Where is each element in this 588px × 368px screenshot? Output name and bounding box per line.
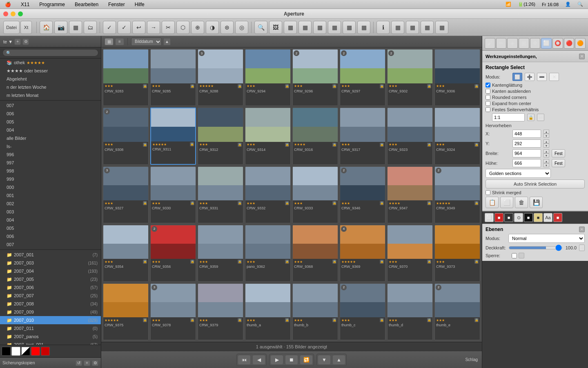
photo-thumb-CRW_9308[interactable]: 2★★★🔒CRW_9308: [103, 108, 149, 165]
photo-thumb-pano_9362[interactable]: ★★★🔒pano_9362: [245, 225, 291, 282]
photo-thumb-CRW_9368[interactable]: ★★★🔒CRW_9368: [292, 225, 338, 282]
minimize-button[interactable]: [11, 11, 16, 16]
toolbar-btn-add[interactable]: ⊕: [191, 21, 204, 34]
toolbar-btn-t1[interactable]: ▦: [391, 21, 404, 34]
mini-tool-red[interactable]: ■: [494, 213, 503, 222]
sidebar-item-last-month[interactable]: m letzten Monat: [0, 91, 101, 99]
toolbar-btn-view1[interactable]: ▦: [284, 21, 297, 34]
sidebar-add2-btn[interactable]: +: [84, 360, 90, 366]
photo-thumb-CRW_9370[interactable]: ★★★🔒CRW_9370: [387, 225, 433, 282]
toolbar-btn-undo[interactable]: ↩: [132, 21, 145, 34]
tool-lasso[interactable]: ⭕: [552, 38, 563, 49]
sidebar-item-005b[interactable]: 005: [0, 224, 101, 232]
photo-thumb-CRW_9369[interactable]: 4★★★★★🔒CRW_9369: [340, 225, 385, 282]
tool-colorpick[interactable]: 🟠: [575, 38, 586, 49]
sidebar-item-996[interactable]: 996: [0, 150, 101, 159]
sidebar-item-2007-003[interactable]: 📁2007_003(161): [0, 259, 101, 267]
toolbar-btn-check1[interactable]: ✓: [103, 21, 116, 34]
toolbar-btn-grid[interactable]: ▦: [69, 21, 82, 34]
sidebar-item-998[interactable]: 998: [0, 167, 101, 175]
menu-programme[interactable]: Programme: [38, 1, 67, 8]
sidebar-item-003[interactable]: 003: [0, 208, 101, 216]
deckkraft-slider[interactable]: [509, 246, 562, 249]
action-btn-1[interactable]: 📋: [486, 197, 499, 208]
apple-menu[interactable]: 🍎: [3, 1, 13, 8]
photo-thumb-CRW_9314[interactable]: ★★★🔒CRW_9314: [245, 108, 291, 165]
sidebar-item-999[interactable]: 999: [0, 175, 101, 183]
swatch-gradient[interactable]: [21, 347, 30, 356]
tool-text[interactable]: 🔴: [564, 38, 575, 49]
kantenglattung-checkbox[interactable]: [486, 83, 490, 88]
photo-thumb-CRW_9316[interactable]: ★★★★🔒CRW_9316: [292, 108, 338, 165]
rate-btn-2[interactable]: ▲: [332, 355, 345, 365]
toolbar-btn-check2[interactable]: ✓: [118, 21, 131, 34]
hohe-input[interactable]: [512, 159, 541, 167]
photo-thumb-CRW_9354[interactable]: ★★★🔒CRW_9354: [103, 225, 149, 282]
breite-input[interactable]: [512, 149, 541, 157]
sidebar-item-2007-panos[interactable]: 📁2007_panos(5): [0, 332, 101, 341]
nav-btn-1[interactable]: ⏮: [238, 355, 251, 365]
menu-bearbeiten[interactable]: Bearbeiten: [73, 1, 100, 8]
photo-thumb-thumb_d[interactable]: ★★★🔒thumb_d: [387, 283, 433, 340]
sidebar-item-2007-009[interactable]: 📁2007_009(49): [0, 308, 101, 316]
sidebar-item-006a[interactable]: 006: [0, 110, 101, 118]
toolbar-btn-camera[interactable]: 📷: [54, 21, 67, 34]
photo-thumb-CRW_9349[interactable]: 2★★★★★🔒CRW_9349: [434, 166, 480, 223]
fest1-button[interactable]: Fest: [552, 149, 565, 157]
sidebar-item-2007-011[interactable]: 📁2007_011(0): [0, 324, 101, 332]
photo-thumb-CRW_9323[interactable]: ★★★🔒CRW_9323: [387, 108, 433, 165]
photo-thumb-CRW_9356[interactable]: 2★★★🔒CRW_9356: [150, 225, 196, 282]
toolbar-btn-info[interactable]: ℹ: [376, 21, 390, 34]
photo-thumb-CRW_9378[interactable]: 3★★★🔒CRW_9378: [150, 283, 196, 340]
photo-thumb-CRW_9332[interactable]: ★★★🔒CRW_9332: [245, 166, 291, 223]
ebenen-close-btn[interactable]: ✕: [579, 227, 585, 232]
photo-thumb-CRW_9346[interactable]: 2★★★🔒CRW_9346: [340, 166, 385, 223]
breite-up-btn[interactable]: ▲: [543, 149, 549, 153]
sidebar-item-library[interactable]: 📚 othek ★★★★★: [0, 58, 101, 67]
sidebar-item-000[interactable]: 000: [0, 183, 101, 191]
photo-thumb-CRW_9347[interactable]: ★★★★🔒CRW_9347: [387, 166, 433, 223]
tool-select[interactable]: ▦: [519, 38, 529, 49]
tab-datei[interactable]: Datei: [3, 21, 20, 34]
tool-rect-select[interactable]: ⬜: [541, 38, 552, 49]
photo-thumb-CRW_9375[interactable]: ★★★★★🔒CRW_9375: [103, 283, 149, 340]
toolbar-btn-half[interactable]: ◑: [206, 21, 219, 34]
festes-checkbox[interactable]: [486, 107, 490, 112]
mode-btn-4[interactable]: ✕: [549, 73, 559, 81]
search-menu-icon[interactable]: 🔍: [576, 1, 585, 7]
tool-eraser[interactable]: ✏: [496, 38, 507, 49]
sidebar-gear-btn[interactable]: ⚙: [22, 38, 29, 45]
photo-thumb-CRW_9330[interactable]: ★★★🔒CRW_9330: [150, 166, 196, 223]
photo-thumb-CRW_9311[interactable]: ★★★★★🔒CRW_9311: [150, 108, 196, 165]
sidebar-item-2007-005[interactable]: 📁2007_005(23): [0, 275, 101, 283]
toolbar-btn-folder[interactable]: 🗂: [84, 21, 97, 34]
expand-center-checkbox[interactable]: [486, 101, 490, 106]
mini-tool-select[interactable]: ⬜: [485, 213, 494, 222]
tool-paintbrush[interactable]: 🖌: [485, 38, 495, 49]
sidebar-item-2007-008[interactable]: 📁2007_008(34): [0, 300, 101, 308]
photo-thumb-CRW_9297[interactable]: 2★★★🔒CRW_9297: [340, 49, 385, 106]
mode-btn-3[interactable]: ➖: [537, 73, 547, 81]
sidebar-search-input[interactable]: [2, 49, 98, 56]
sperre-icon[interactable]: [519, 253, 524, 258]
app-name[interactable]: X11: [19, 1, 31, 8]
photo-thumb-CRW_9379[interactable]: ★★★🔒CRW_9379: [198, 283, 243, 340]
sort-up-btn[interactable]: ▲: [163, 38, 171, 45]
photo-thumb-CRW_9312[interactable]: ★★★🔒CRW_9312: [198, 108, 243, 165]
toolbar-btn-library[interactable]: 🏠: [40, 21, 53, 34]
photo-thumb-CRW_9327[interactable]: 3★★★🔒CRW_9327: [103, 166, 149, 223]
y-input[interactable]: [512, 139, 541, 148]
sidebar-item-006b[interactable]: 006: [0, 232, 101, 240]
toolbar-btn-redo[interactable]: →: [147, 21, 160, 34]
mini-tool-dot[interactable]: ⊙: [514, 213, 523, 222]
x-up-btn[interactable]: ▲: [543, 130, 549, 134]
toolbar-btn-cut[interactable]: ✂: [162, 21, 175, 34]
fest2-button[interactable]: Fest: [552, 159, 565, 167]
swatch-white[interactable]: [11, 347, 20, 356]
action-btn-3[interactable]: 🗑: [515, 197, 528, 208]
sidebar-item-001[interactable]: 001: [0, 191, 101, 200]
ratio-lock-btn[interactable]: 🔒: [527, 114, 535, 121]
photo-thumb-CRW_9324[interactable]: ★★★🔒CRW_9324: [434, 108, 480, 165]
photo-thumb-thumb_c[interactable]: 2★★★🔒thumb_c: [340, 283, 385, 340]
sidebar-item-007a[interactable]: 007: [0, 101, 101, 110]
